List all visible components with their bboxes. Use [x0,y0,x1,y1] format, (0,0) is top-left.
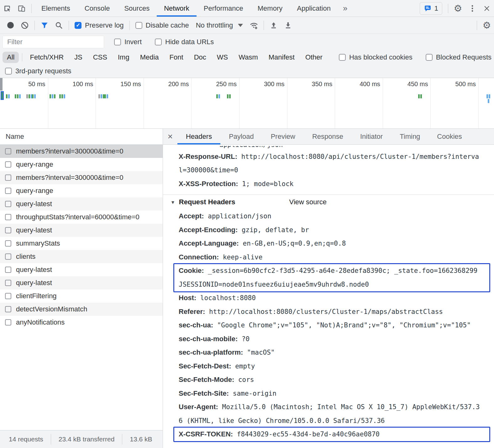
more-panels-button[interactable]: » [338,3,352,13]
customize-devtools-button[interactable] [465,1,480,16]
request-checkbox[interactable] [5,227,11,233]
request-mark [107,94,108,98]
blocked-requests-label[interactable]: Blocked Requests [436,53,491,61]
type-filter-ws[interactable]: WS [213,52,232,63]
network-conditions-button[interactable] [247,18,261,33]
issues-count: 1 [434,4,438,13]
clear-network-log-button[interactable] [18,18,32,33]
request-row[interactable]: detectVersionMismatch [0,303,163,316]
request-checkbox[interactable] [5,188,11,194]
request-row[interactable]: query-latest [0,224,163,237]
request-row[interactable]: members?interval=300000&time=0 [0,171,163,184]
request-checkbox[interactable] [5,148,11,154]
close-details-button[interactable]: × [163,132,177,142]
preserve-log-checkbox[interactable] [75,22,81,29]
request-checkbox[interactable] [5,175,11,181]
collapse-triangle-icon[interactable]: ▼ [171,200,175,205]
hide-data-urls-label[interactable]: Hide data URLs [165,38,214,46]
type-filter-wasm[interactable]: Wasm [234,52,262,63]
request-row[interactable]: throughputStats?interval=60000&time=0 [0,211,163,224]
details-tab-cookies[interactable]: Cookies [428,129,470,144]
name-column-header[interactable]: Name [0,129,163,145]
request-row[interactable]: summaryStats [0,237,163,250]
search-button[interactable] [52,18,66,33]
hide-data-urls-checkbox[interactable] [155,39,162,45]
request-checkbox[interactable] [5,161,11,168]
request-checkbox[interactable] [5,201,11,207]
tab-application[interactable]: Application [290,0,338,17]
type-filter-manifest[interactable]: Manifest [264,52,299,63]
request-checkbox[interactable] [5,214,11,220]
import-har-button[interactable] [266,18,281,33]
type-filter-fetch-xhr[interactable]: Fetch/XHR [25,52,68,63]
tab-elements[interactable]: Elements [34,0,77,17]
throttling-dropdown[interactable]: No throttling [192,21,247,29]
third-party-label[interactable]: 3rd-party requests [15,67,71,75]
header-name: Cookie: [179,267,204,275]
preserve-log-label[interactable]: Preserve log [85,21,124,29]
tab-console[interactable]: Console [77,0,117,17]
request-name: query-latest [16,279,52,287]
request-checkbox[interactable] [5,280,11,286]
tab-memory[interactable]: Memory [250,0,290,17]
selected-request-bar[interactable] [1,91,4,100]
export-har-button[interactable] [281,18,295,33]
type-filter-all[interactable]: All [3,52,19,63]
type-filter-doc[interactable]: Doc [190,52,211,63]
details-tab-initiator[interactable]: Initiator [352,129,391,144]
disable-cache-label[interactable]: Disable cache [146,21,189,29]
tab-performance[interactable]: Performance [197,0,250,17]
type-filter-media[interactable]: Media [136,52,163,63]
invert-label[interactable]: Invert [124,38,142,46]
request-checkbox[interactable] [5,319,11,326]
details-tab-preview[interactable]: Preview [262,129,304,144]
resources-size: 13.6 kB [122,435,160,443]
view-source-link[interactable]: View source [289,198,327,206]
invert-checkbox[interactable] [114,39,121,45]
network-overview-timeline[interactable]: 50 ms100 ms150 ms200 ms250 ms300 ms350 m… [0,78,494,129]
type-filter-other[interactable]: Other [301,52,327,63]
request-mark [32,94,34,98]
request-checkbox[interactable] [5,253,11,260]
details-tab-headers[interactable]: Headers [177,129,220,144]
filter-toggle-button[interactable] [37,18,52,33]
settings-button[interactable]: ⚙ [451,1,465,16]
issues-button[interactable]: 1 [420,2,442,15]
request-row[interactable]: query-latest [0,263,163,276]
tab-network[interactable]: Network [157,0,197,17]
filter-input[interactable] [3,36,104,48]
network-settings-button[interactable]: ⚙ [480,18,494,33]
type-filter-js[interactable]: JS [70,52,87,63]
request-row[interactable]: query-latest [0,197,163,211]
request-row[interactable]: clients [0,250,163,263]
details-tab-timing[interactable]: Timing [391,129,428,144]
request-checkbox[interactable] [5,293,11,299]
type-filter-css[interactable]: CSS [89,52,112,63]
request-checkbox[interactable] [5,267,11,273]
record-network-log-button[interactable] [3,18,18,33]
third-party-checkbox[interactable] [5,68,12,75]
type-filter-img[interactable]: Img [113,52,134,63]
header-value: localhost:8080 [196,294,256,302]
has-blocked-cookies-checkbox[interactable] [339,54,346,61]
device-toolbar-button[interactable] [14,1,29,16]
request-mark-cluster [98,94,104,98]
request-row[interactable]: members?interval=300000&time=0 [0,145,163,158]
details-tab-response[interactable]: Response [304,129,352,144]
inspect-element-button[interactable] [0,1,14,16]
request-checkbox[interactable] [5,306,11,312]
request-row[interactable]: query-range [0,158,163,171]
request-row[interactable]: query-latest [0,276,163,289]
tab-sources[interactable]: Sources [117,0,157,17]
request-checkbox[interactable] [5,240,11,247]
details-tab-payload[interactable]: Payload [220,129,262,144]
wifi-gear-icon [249,21,259,30]
request-row[interactable]: query-range [0,184,163,197]
type-filter-font[interactable]: Font [165,52,188,63]
has-blocked-cookies-label[interactable]: Has blocked cookies [349,53,413,61]
close-devtools-button[interactable] [480,1,494,16]
request-row[interactable]: clientFiltering [0,289,163,303]
blocked-requests-checkbox[interactable] [426,54,433,61]
disable-cache-checkbox[interactable] [135,22,142,29]
request-row[interactable]: anyNotifications [0,316,163,329]
